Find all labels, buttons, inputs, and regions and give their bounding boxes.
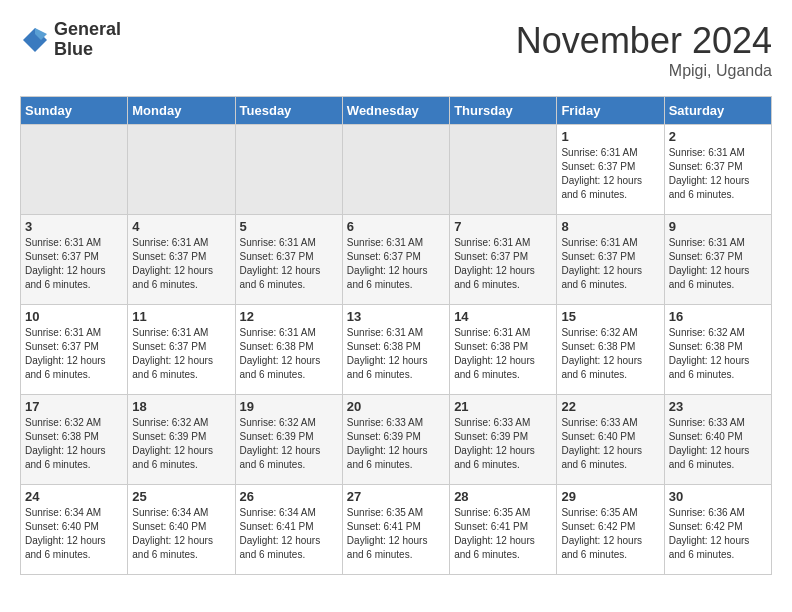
location: Mpigi, Uganda [516, 62, 772, 80]
calendar-cell: 5Sunrise: 6:31 AM Sunset: 6:37 PM Daylig… [235, 215, 342, 305]
day-info: Sunrise: 6:35 AM Sunset: 6:41 PM Dayligh… [347, 506, 445, 562]
day-number: 27 [347, 489, 445, 504]
calendar-cell: 1Sunrise: 6:31 AM Sunset: 6:37 PM Daylig… [557, 125, 664, 215]
calendar-cell: 8Sunrise: 6:31 AM Sunset: 6:37 PM Daylig… [557, 215, 664, 305]
calendar-cell: 23Sunrise: 6:33 AM Sunset: 6:40 PM Dayli… [664, 395, 771, 485]
day-number: 22 [561, 399, 659, 414]
calendar-cell: 6Sunrise: 6:31 AM Sunset: 6:37 PM Daylig… [342, 215, 449, 305]
day-info: Sunrise: 6:31 AM Sunset: 6:37 PM Dayligh… [25, 236, 123, 292]
day-info: Sunrise: 6:31 AM Sunset: 6:37 PM Dayligh… [669, 236, 767, 292]
day-header-saturday: Saturday [664, 97, 771, 125]
day-header-tuesday: Tuesday [235, 97, 342, 125]
calendar-cell: 15Sunrise: 6:32 AM Sunset: 6:38 PM Dayli… [557, 305, 664, 395]
calendar-cell: 25Sunrise: 6:34 AM Sunset: 6:40 PM Dayli… [128, 485, 235, 575]
day-info: Sunrise: 6:33 AM Sunset: 6:39 PM Dayligh… [347, 416, 445, 472]
day-number: 14 [454, 309, 552, 324]
calendar-cell: 14Sunrise: 6:31 AM Sunset: 6:38 PM Dayli… [450, 305, 557, 395]
day-info: Sunrise: 6:33 AM Sunset: 6:39 PM Dayligh… [454, 416, 552, 472]
calendar-cell: 26Sunrise: 6:34 AM Sunset: 6:41 PM Dayli… [235, 485, 342, 575]
day-number: 13 [347, 309, 445, 324]
calendar-cell: 24Sunrise: 6:34 AM Sunset: 6:40 PM Dayli… [21, 485, 128, 575]
calendar-header-row: SundayMondayTuesdayWednesdayThursdayFrid… [21, 97, 772, 125]
day-number: 25 [132, 489, 230, 504]
day-number: 8 [561, 219, 659, 234]
day-number: 28 [454, 489, 552, 504]
day-number: 16 [669, 309, 767, 324]
day-info: Sunrise: 6:34 AM Sunset: 6:41 PM Dayligh… [240, 506, 338, 562]
page-header: General Blue November 2024 Mpigi, Uganda [20, 20, 772, 80]
day-info: Sunrise: 6:31 AM Sunset: 6:37 PM Dayligh… [669, 146, 767, 202]
calendar-week-row: 3Sunrise: 6:31 AM Sunset: 6:37 PM Daylig… [21, 215, 772, 305]
calendar-cell: 21Sunrise: 6:33 AM Sunset: 6:39 PM Dayli… [450, 395, 557, 485]
calendar-cell: 10Sunrise: 6:31 AM Sunset: 6:37 PM Dayli… [21, 305, 128, 395]
calendar-cell: 11Sunrise: 6:31 AM Sunset: 6:37 PM Dayli… [128, 305, 235, 395]
day-header-thursday: Thursday [450, 97, 557, 125]
calendar-cell: 13Sunrise: 6:31 AM Sunset: 6:38 PM Dayli… [342, 305, 449, 395]
day-number: 1 [561, 129, 659, 144]
day-number: 9 [669, 219, 767, 234]
day-info: Sunrise: 6:31 AM Sunset: 6:37 PM Dayligh… [347, 236, 445, 292]
calendar-cell: 18Sunrise: 6:32 AM Sunset: 6:39 PM Dayli… [128, 395, 235, 485]
day-number: 11 [132, 309, 230, 324]
day-info: Sunrise: 6:32 AM Sunset: 6:38 PM Dayligh… [561, 326, 659, 382]
day-info: Sunrise: 6:32 AM Sunset: 6:38 PM Dayligh… [25, 416, 123, 472]
day-info: Sunrise: 6:34 AM Sunset: 6:40 PM Dayligh… [132, 506, 230, 562]
calendar-cell: 2Sunrise: 6:31 AM Sunset: 6:37 PM Daylig… [664, 125, 771, 215]
day-number: 29 [561, 489, 659, 504]
month-title: November 2024 [516, 20, 772, 62]
calendar-cell: 9Sunrise: 6:31 AM Sunset: 6:37 PM Daylig… [664, 215, 771, 305]
day-number: 4 [132, 219, 230, 234]
day-info: Sunrise: 6:33 AM Sunset: 6:40 PM Dayligh… [561, 416, 659, 472]
title-block: November 2024 Mpigi, Uganda [516, 20, 772, 80]
calendar-week-row: 17Sunrise: 6:32 AM Sunset: 6:38 PM Dayli… [21, 395, 772, 485]
calendar-cell: 3Sunrise: 6:31 AM Sunset: 6:37 PM Daylig… [21, 215, 128, 305]
day-number: 26 [240, 489, 338, 504]
calendar-cell [128, 125, 235, 215]
day-number: 20 [347, 399, 445, 414]
day-number: 19 [240, 399, 338, 414]
calendar-cell: 7Sunrise: 6:31 AM Sunset: 6:37 PM Daylig… [450, 215, 557, 305]
day-number: 21 [454, 399, 552, 414]
day-number: 10 [25, 309, 123, 324]
calendar-cell: 28Sunrise: 6:35 AM Sunset: 6:41 PM Dayli… [450, 485, 557, 575]
calendar-cell [21, 125, 128, 215]
day-number: 5 [240, 219, 338, 234]
day-number: 18 [132, 399, 230, 414]
day-info: Sunrise: 6:31 AM Sunset: 6:37 PM Dayligh… [25, 326, 123, 382]
day-header-wednesday: Wednesday [342, 97, 449, 125]
day-info: Sunrise: 6:31 AM Sunset: 6:37 PM Dayligh… [132, 326, 230, 382]
calendar-cell: 16Sunrise: 6:32 AM Sunset: 6:38 PM Dayli… [664, 305, 771, 395]
day-info: Sunrise: 6:31 AM Sunset: 6:38 PM Dayligh… [347, 326, 445, 382]
calendar-cell: 12Sunrise: 6:31 AM Sunset: 6:38 PM Dayli… [235, 305, 342, 395]
calendar-table: SundayMondayTuesdayWednesdayThursdayFrid… [20, 96, 772, 575]
day-info: Sunrise: 6:33 AM Sunset: 6:40 PM Dayligh… [669, 416, 767, 472]
day-info: Sunrise: 6:31 AM Sunset: 6:37 PM Dayligh… [561, 146, 659, 202]
day-number: 17 [25, 399, 123, 414]
calendar-week-row: 10Sunrise: 6:31 AM Sunset: 6:37 PM Dayli… [21, 305, 772, 395]
day-info: Sunrise: 6:31 AM Sunset: 6:37 PM Dayligh… [454, 236, 552, 292]
calendar-cell: 20Sunrise: 6:33 AM Sunset: 6:39 PM Dayli… [342, 395, 449, 485]
day-info: Sunrise: 6:32 AM Sunset: 6:39 PM Dayligh… [240, 416, 338, 472]
day-number: 6 [347, 219, 445, 234]
day-number: 12 [240, 309, 338, 324]
day-info: Sunrise: 6:35 AM Sunset: 6:41 PM Dayligh… [454, 506, 552, 562]
logo-text: General Blue [54, 20, 121, 60]
logo: General Blue [20, 20, 121, 60]
day-info: Sunrise: 6:31 AM Sunset: 6:37 PM Dayligh… [561, 236, 659, 292]
day-info: Sunrise: 6:31 AM Sunset: 6:37 PM Dayligh… [240, 236, 338, 292]
day-number: 7 [454, 219, 552, 234]
day-number: 24 [25, 489, 123, 504]
day-number: 30 [669, 489, 767, 504]
day-header-sunday: Sunday [21, 97, 128, 125]
calendar-week-row: 24Sunrise: 6:34 AM Sunset: 6:40 PM Dayli… [21, 485, 772, 575]
day-info: Sunrise: 6:35 AM Sunset: 6:42 PM Dayligh… [561, 506, 659, 562]
calendar-cell: 17Sunrise: 6:32 AM Sunset: 6:38 PM Dayli… [21, 395, 128, 485]
day-info: Sunrise: 6:32 AM Sunset: 6:38 PM Dayligh… [669, 326, 767, 382]
calendar-cell: 30Sunrise: 6:36 AM Sunset: 6:42 PM Dayli… [664, 485, 771, 575]
day-info: Sunrise: 6:34 AM Sunset: 6:40 PM Dayligh… [25, 506, 123, 562]
day-number: 23 [669, 399, 767, 414]
calendar-cell: 22Sunrise: 6:33 AM Sunset: 6:40 PM Dayli… [557, 395, 664, 485]
day-number: 2 [669, 129, 767, 144]
calendar-cell: 4Sunrise: 6:31 AM Sunset: 6:37 PM Daylig… [128, 215, 235, 305]
day-number: 3 [25, 219, 123, 234]
